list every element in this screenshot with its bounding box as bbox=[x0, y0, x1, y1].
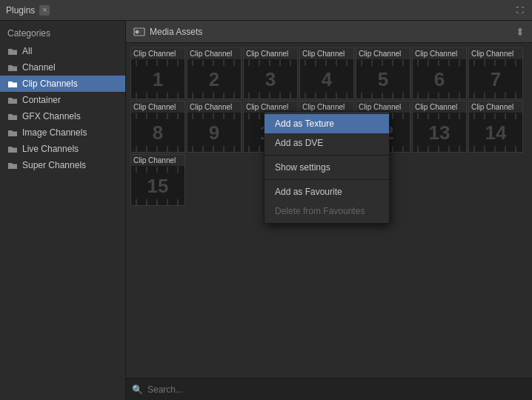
grid-row-1: Clip Channel 1 Clip Channel 2 Clip Chann… bbox=[130, 47, 528, 99]
sidebar-item-super-channels[interactable]: Super Channels bbox=[0, 157, 125, 173]
folder-icon bbox=[7, 113, 18, 121]
channel-number: 15 bbox=[147, 175, 169, 198]
sidebar: Categories All Channel Clip Channels Con… bbox=[0, 21, 126, 400]
channel-number: 1 bbox=[153, 68, 163, 91]
folder-icon bbox=[7, 96, 18, 104]
folder-icon bbox=[7, 129, 18, 137]
title-bar-title: Plugins bbox=[6, 5, 35, 16]
main-layout: Categories All Channel Clip Channels Con… bbox=[0, 21, 532, 400]
channel-thumbnail: 7 bbox=[469, 60, 522, 99]
folder-icon bbox=[7, 161, 18, 170]
search-input[interactable] bbox=[147, 384, 526, 395]
folder-icon bbox=[7, 80, 18, 88]
context-menu-item-delete-favourite[interactable]: Delete from Favourites bbox=[265, 201, 389, 221]
channel-label: Clip Channel bbox=[300, 48, 353, 60]
context-menu-separator-2 bbox=[265, 179, 389, 180]
sidebar-item-all[interactable]: All bbox=[0, 43, 125, 59]
channel-number: 14 bbox=[485, 121, 507, 144]
channel-label: Clip Channel bbox=[131, 155, 184, 167]
channel-label: Clip Channel bbox=[131, 48, 184, 60]
channel-card-15[interactable]: Clip Channel 15 bbox=[130, 154, 185, 206]
context-menu-item-show-settings[interactable]: Show settings bbox=[265, 158, 389, 177]
content-header-title: Media Assets bbox=[150, 27, 511, 37]
context-menu-item-add-texture[interactable]: Add as Texture bbox=[265, 114, 389, 133]
title-bar-controls: ⛶ bbox=[514, 4, 526, 16]
channel-label: Clip Channel bbox=[413, 101, 466, 113]
sidebar-heading: Categories bbox=[0, 25, 125, 43]
sidebar-item-live-channels[interactable]: Live Channels bbox=[0, 141, 125, 157]
sidebar-item-label: Container bbox=[22, 95, 61, 105]
channel-label: Clip Channel bbox=[187, 101, 241, 113]
channel-card-14[interactable]: Clip Channel 14 bbox=[468, 101, 523, 153]
folder-icon bbox=[7, 145, 18, 153]
expand-button[interactable]: ⛶ bbox=[514, 4, 526, 16]
context-menu: Add as Texture Add as DVE Show settings … bbox=[264, 111, 390, 224]
close-button[interactable]: × bbox=[39, 5, 50, 16]
channel-thumbnail: 5 bbox=[356, 60, 410, 99]
channel-card-8[interactable]: Clip Channel 8 bbox=[130, 101, 185, 153]
channel-card-5[interactable]: Clip Channel 5 bbox=[356, 47, 410, 99]
channel-thumbnail: 15 bbox=[131, 167, 184, 205]
content-header: Media Assets ⬍ bbox=[126, 21, 532, 43]
search-icon: 🔍 bbox=[132, 384, 143, 395]
channel-number: 5 bbox=[378, 68, 388, 91]
channel-thumbnail: 1 bbox=[131, 60, 184, 99]
media-assets-icon bbox=[133, 26, 145, 38]
channel-card-4[interactable]: Clip Channel 4 bbox=[299, 47, 354, 99]
sidebar-item-image-channels[interactable]: Image Channels bbox=[0, 124, 125, 141]
sidebar-item-clip-channels[interactable]: Clip Channels bbox=[0, 76, 125, 92]
channel-number: 13 bbox=[429, 121, 450, 144]
channel-label: Clip Channel bbox=[356, 48, 410, 60]
channel-card-1[interactable]: Clip Channel 1 bbox=[130, 47, 185, 99]
sidebar-item-gfx-channels[interactable]: GFX Channels bbox=[0, 108, 125, 124]
channel-label: Clip Channel bbox=[131, 101, 184, 113]
channel-label: Clip Channel bbox=[187, 48, 241, 60]
sidebar-item-channel[interactable]: Channel bbox=[0, 59, 125, 76]
channel-label: Clip Channel bbox=[413, 48, 466, 60]
channel-label: Clip Channel bbox=[244, 48, 297, 60]
channel-number: 7 bbox=[491, 68, 501, 91]
channel-number: 6 bbox=[434, 68, 445, 91]
channel-card-3[interactable]: Clip Channel 3 bbox=[243, 47, 298, 99]
header-dropdown-icon[interactable]: ⬍ bbox=[516, 26, 525, 38]
channel-number: 3 bbox=[265, 68, 276, 91]
title-bar-left: Plugins × bbox=[6, 5, 50, 16]
sidebar-item-label: Live Channels bbox=[22, 144, 79, 154]
title-bar: Plugins × ⛶ bbox=[0, 0, 532, 21]
channel-label: Clip Channel bbox=[469, 101, 522, 113]
sidebar-item-label: Super Channels bbox=[22, 160, 86, 170]
channel-number: 2 bbox=[209, 68, 219, 91]
sidebar-item-label: Image Channels bbox=[22, 127, 87, 138]
context-menu-separator-1 bbox=[265, 155, 389, 156]
channel-card-7[interactable]: Clip Channel 7 bbox=[468, 47, 523, 99]
grid-area: Clip Channel 1 Clip Channel 2 Clip Chann… bbox=[126, 43, 532, 378]
channel-thumbnail: 2 bbox=[187, 60, 241, 99]
channel-thumbnail: 13 bbox=[413, 113, 466, 152]
channel-card-9[interactable]: Clip Channel 9 bbox=[187, 101, 242, 153]
sidebar-item-label: All bbox=[22, 46, 32, 56]
search-bar: 🔍 bbox=[126, 378, 532, 400]
content-area: Media Assets ⬍ Clip Channel 1 Clip Chann… bbox=[126, 21, 532, 400]
sidebar-item-label: Clip Channels bbox=[22, 79, 78, 89]
channel-card-6[interactable]: Clip Channel 6 bbox=[412, 47, 467, 99]
channel-label: Clip Channel bbox=[469, 48, 522, 60]
channel-number: 8 bbox=[153, 121, 163, 144]
channel-thumbnail: 14 bbox=[469, 113, 522, 152]
channel-card-13[interactable]: Clip Channel 13 bbox=[412, 101, 467, 153]
channel-number: 4 bbox=[322, 68, 332, 91]
folder-icon bbox=[7, 47, 18, 56]
channel-thumbnail: 4 bbox=[300, 60, 353, 99]
sidebar-item-label: GFX Channels bbox=[22, 111, 81, 121]
channel-thumbnail: 9 bbox=[187, 113, 241, 152]
svg-point-1 bbox=[136, 30, 139, 33]
folder-icon bbox=[7, 64, 18, 72]
context-menu-item-add-favourite[interactable]: Add as Favourite bbox=[265, 182, 389, 201]
channel-thumbnail: 8 bbox=[131, 113, 184, 152]
sidebar-item-container[interactable]: Container bbox=[0, 92, 125, 108]
channel-thumbnail: 6 bbox=[413, 60, 466, 99]
channel-thumbnail: 3 bbox=[244, 60, 297, 99]
channel-number: 9 bbox=[209, 121, 219, 144]
context-menu-item-add-dve[interactable]: Add as DVE bbox=[265, 133, 389, 153]
sidebar-item-label: Channel bbox=[22, 62, 56, 73]
channel-card-2[interactable]: Clip Channel 2 bbox=[187, 47, 242, 99]
